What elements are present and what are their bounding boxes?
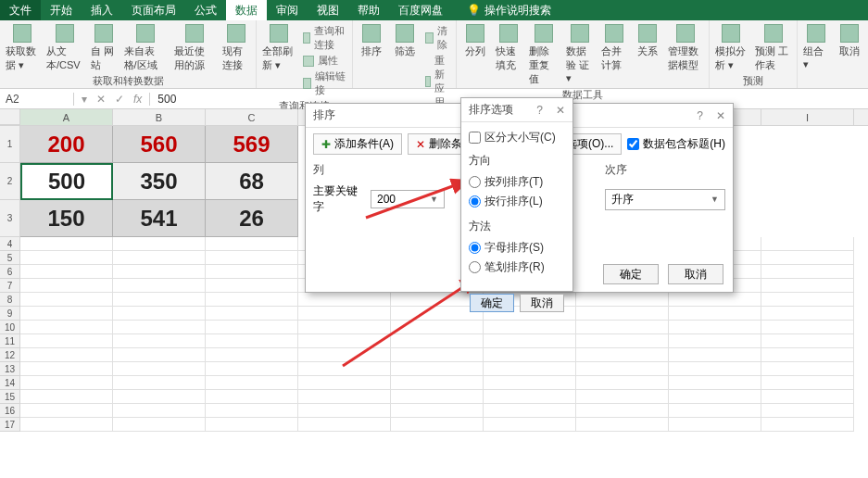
- relationships-button[interactable]: 关系: [635, 24, 660, 86]
- cell[interactable]: 200: [20, 126, 113, 163]
- dropdown-icon[interactable]: ▾: [82, 93, 87, 106]
- dialog-titlebar[interactable]: 排序选项 ?✕: [461, 98, 572, 122]
- row-header[interactable]: 2: [0, 163, 20, 200]
- row-header[interactable]: 13: [0, 362, 20, 376]
- cell[interactable]: 350: [113, 163, 206, 200]
- col-header-i[interactable]: I: [761, 109, 854, 125]
- ribbon-group-outline: 组合 ▾ 取消: [798, 20, 868, 88]
- group-label: 获取和转换数据: [6, 72, 250, 91]
- row-header[interactable]: 17: [0, 418, 20, 432]
- forecast-sheet-button[interactable]: 预测 工作表: [755, 24, 791, 72]
- cell-active[interactable]: 500: [20, 163, 113, 200]
- row-header[interactable]: 5: [0, 251, 20, 265]
- row-header[interactable]: 12: [0, 348, 20, 362]
- row-headers: 1 2 3 4 5 6 7 8 9 10 11 12 13 14 15 16 1…: [0, 126, 20, 432]
- refresh-all-button[interactable]: 全部刷新 ▾: [262, 24, 296, 97]
- dialog-title: 排序选项: [469, 102, 513, 118]
- add-level-button[interactable]: ✚添加条件(A): [313, 133, 402, 155]
- tab-formula[interactable]: 公式: [185, 0, 226, 20]
- flash-fill-button[interactable]: 快速填充: [496, 24, 522, 86]
- sort-by-row-radio[interactable]: 按行排序(L): [469, 192, 565, 211]
- options-cancel-button[interactable]: 取消: [520, 294, 564, 312]
- sort-column-dropdown[interactable]: 200▼: [371, 190, 445, 208]
- cell[interactable]: 560: [113, 126, 206, 163]
- ribbon: 获取数 据 ▾ 从文 本/CSV 自 网站 来自表 格/区域 最近使 用的源 现…: [0, 20, 868, 89]
- sort-by-column-radio[interactable]: 按列排序(T): [469, 172, 565, 192]
- row-header[interactable]: 14: [0, 376, 20, 390]
- text-to-columns-button[interactable]: 分列: [462, 24, 488, 86]
- row-header[interactable]: 6: [0, 265, 20, 279]
- pinyin-sort-radio[interactable]: 字母排序(S): [469, 238, 565, 258]
- tab-view[interactable]: 视图: [308, 0, 348, 20]
- row-header[interactable]: 9: [0, 307, 20, 321]
- group-button[interactable]: 组合 ▾: [803, 24, 829, 70]
- fx-icon[interactable]: fx: [133, 93, 142, 106]
- from-table-button[interactable]: 来自表 格/区域: [124, 24, 167, 72]
- x-icon: ✕: [416, 138, 425, 151]
- row-header[interactable]: 16: [0, 404, 20, 418]
- close-icon[interactable]: ✕: [556, 104, 565, 117]
- chevron-down-icon: ▼: [430, 195, 438, 204]
- row-header[interactable]: 3: [0, 200, 20, 237]
- formula-bar-buttons: ▾ ✕ ✓ fx: [74, 93, 150, 106]
- from-csv-button[interactable]: 从文 本/CSV: [46, 24, 83, 72]
- help-icon[interactable]: ?: [536, 104, 543, 117]
- row-header[interactable]: 7: [0, 279, 20, 293]
- existing-conn-button[interactable]: 现有 连接: [222, 24, 250, 72]
- ribbon-group-get-data: 获取数 据 ▾ 从文 本/CSV 自 网站 来自表 格/区域 最近使 用的源 现…: [0, 20, 257, 88]
- row-header[interactable]: 11: [0, 334, 20, 348]
- tab-file[interactable]: 文件: [0, 0, 41, 20]
- col-header-c[interactable]: C: [206, 109, 298, 125]
- sort-cancel-button[interactable]: 取消: [668, 264, 723, 284]
- sort-order-dropdown[interactable]: 升序▼: [605, 189, 725, 210]
- cell[interactable]: 569: [206, 126, 298, 163]
- tab-help[interactable]: 帮助: [348, 0, 389, 20]
- consolidate-button[interactable]: 合并计算: [601, 24, 627, 86]
- stroke-sort-radio[interactable]: 笔划排序(R): [469, 258, 565, 277]
- chevron-down-icon: ▼: [711, 195, 719, 204]
- row-header[interactable]: 8: [0, 293, 20, 307]
- options-ok-button[interactable]: 确定: [470, 294, 514, 312]
- cell[interactable]: 541: [113, 200, 206, 237]
- remove-dup-button[interactable]: 删除 重复值: [529, 24, 558, 86]
- row-header[interactable]: 10: [0, 321, 20, 334]
- whatif-button[interactable]: 模拟分析 ▾: [715, 24, 748, 72]
- enter-icon[interactable]: ✓: [115, 93, 124, 106]
- cell[interactable]: 26: [206, 200, 298, 237]
- tab-data[interactable]: 数据: [226, 0, 267, 20]
- row-header[interactable]: 15: [0, 390, 20, 404]
- name-box[interactable]: A2: [0, 93, 74, 106]
- properties-button[interactable]: 属性: [303, 54, 347, 68]
- tab-layout[interactable]: 页面布局: [122, 0, 185, 20]
- get-data-button[interactable]: 获取数 据 ▾: [6, 24, 39, 72]
- tab-insert[interactable]: 插入: [82, 0, 122, 20]
- tab-home[interactable]: 开始: [41, 0, 82, 20]
- lightbulb-icon: 💡: [467, 4, 481, 17]
- from-web-button[interactable]: 自 网站: [91, 24, 117, 72]
- data-validation-button[interactable]: 数据验 证 ▾: [566, 24, 594, 86]
- tab-baidu[interactable]: 百度网盘: [389, 0, 452, 20]
- cell[interactable]: 68: [206, 163, 298, 200]
- case-sensitive-checkbox[interactable]: 区分大小写(C): [469, 128, 565, 147]
- tell-me-search[interactable]: 💡 操作说明搜索: [458, 0, 560, 20]
- sort-ok-button[interactable]: 确定: [603, 264, 659, 284]
- row-header[interactable]: 4: [0, 237, 20, 251]
- order-header-label: 次序: [605, 160, 725, 180]
- row-header[interactable]: 1: [0, 126, 20, 163]
- select-all-corner[interactable]: [0, 109, 20, 125]
- help-icon[interactable]: ?: [697, 109, 703, 122]
- tab-review[interactable]: 审阅: [267, 0, 308, 20]
- close-icon[interactable]: ✕: [716, 109, 725, 122]
- col-header-a[interactable]: A: [20, 109, 113, 125]
- direction-label: 方向: [469, 153, 565, 169]
- cell[interactable]: 150: [20, 200, 113, 237]
- clear-button[interactable]: 清除: [425, 24, 450, 52]
- ungroup-button[interactable]: 取消: [837, 24, 862, 70]
- queries-connections-button[interactable]: 查询和连接: [303, 24, 347, 52]
- has-header-checkbox[interactable]: 数据包含标题(H): [627, 136, 725, 152]
- data-model-button[interactable]: 管理数 据模型: [668, 24, 702, 86]
- col-header-b[interactable]: B: [113, 109, 206, 125]
- cancel-icon[interactable]: ✕: [96, 93, 106, 106]
- recent-sources-button[interactable]: 最近使 用的源: [174, 24, 215, 72]
- primary-key-label: 主要关键字: [313, 183, 367, 215]
